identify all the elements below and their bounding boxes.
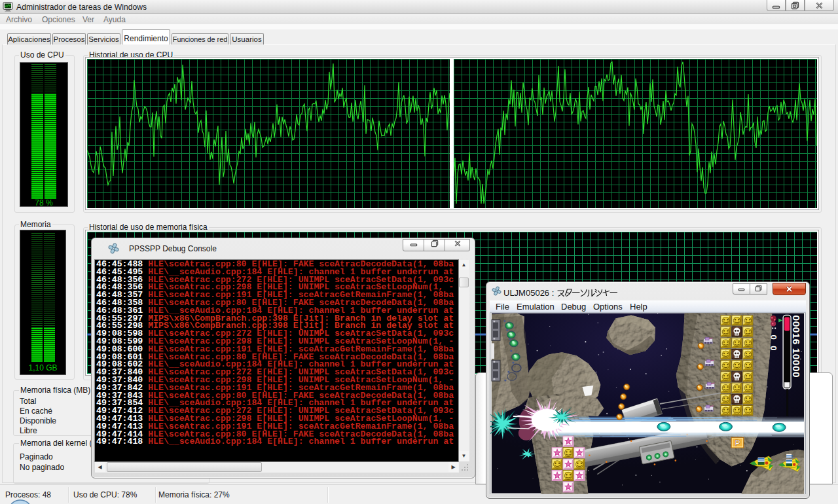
svg-text:0 0: 0 0	[769, 334, 778, 352]
svg-text:00016 10000: 00016 10000	[791, 315, 802, 378]
svg-text:P: P	[735, 439, 740, 448]
